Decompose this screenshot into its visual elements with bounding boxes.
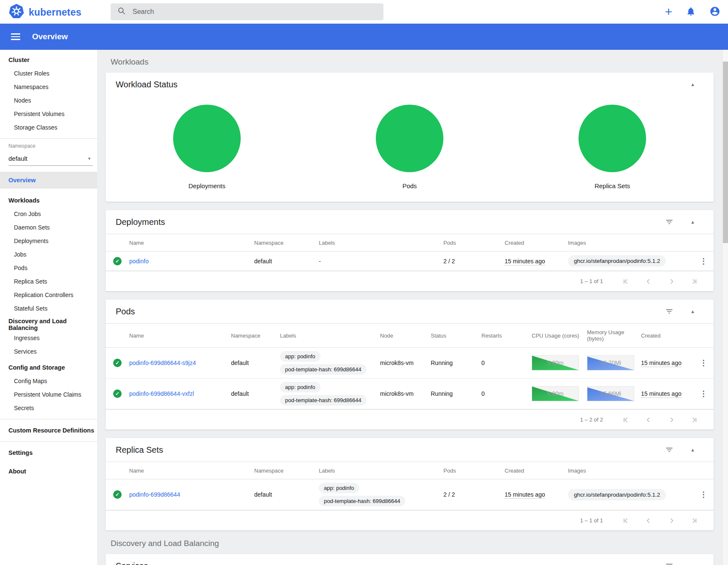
sidebar-divider bbox=[0, 419, 97, 419]
bell-icon bbox=[686, 6, 696, 18]
previous-page-icon[interactable] bbox=[644, 416, 653, 424]
sidebar-item-deployments[interactable]: Deployments bbox=[0, 234, 97, 248]
last-page-icon[interactable] bbox=[690, 416, 698, 424]
col-pods: Pods bbox=[443, 468, 505, 474]
sidebar-header-discovery[interactable]: Discovery and Load Balancing bbox=[0, 318, 97, 331]
filter-icon[interactable] bbox=[665, 218, 674, 226]
col-name: Name bbox=[129, 468, 254, 474]
menu-icon[interactable] bbox=[11, 33, 20, 40]
brand-name: kubernetes bbox=[29, 7, 81, 18]
sidebar-item-nodes[interactable]: Nodes bbox=[0, 94, 97, 107]
label-chip: pod-template-hash: 699d86644 bbox=[280, 395, 367, 406]
row-menu-icon[interactable]: ⋮ bbox=[698, 387, 709, 400]
sidebar-header-workloads[interactable]: Workloads bbox=[0, 194, 97, 207]
sidebar-item-config-maps[interactable]: Config Maps bbox=[0, 374, 97, 388]
first-page-icon[interactable] bbox=[622, 277, 630, 286]
search-input[interactable] bbox=[132, 8, 377, 16]
sidebar-header-config[interactable]: Config and Storage bbox=[0, 361, 97, 374]
collapse-card-icon[interactable]: ▲ bbox=[690, 219, 695, 224]
pagination-range: 1 – 1 of 1 bbox=[580, 517, 603, 524]
card-title-replica-sets: Replica Sets bbox=[116, 445, 665, 455]
sidebar-item-jobs[interactable]: Jobs bbox=[0, 248, 97, 261]
first-page-icon[interactable] bbox=[622, 516, 630, 525]
col-labels: Labels bbox=[319, 240, 443, 246]
search-bar[interactable] bbox=[111, 3, 383, 20]
collapse-card-icon[interactable]: ▲ bbox=[690, 563, 695, 565]
sidebar-item-settings[interactable]: Settings bbox=[0, 446, 97, 460]
sidebar-item-persistent-volume-claims[interactable]: Persistent Volume Claims bbox=[0, 388, 97, 401]
vertical-scrollbar[interactable] bbox=[722, 50, 728, 565]
sidebar-item-replica-sets[interactable]: Replica Sets bbox=[0, 275, 97, 288]
collapse-card-icon[interactable]: ▲ bbox=[690, 309, 695, 314]
sidebar-header-cluster[interactable]: Cluster bbox=[0, 53, 97, 67]
table-row: ✓ podinfo default - 2 / 2 15 minutes ago… bbox=[106, 251, 714, 271]
filter-icon[interactable] bbox=[665, 446, 674, 454]
cell-labels: app: podinfo pod-template-hash: 699d8664… bbox=[280, 382, 380, 406]
sidebar-item-pods[interactable]: Pods bbox=[0, 261, 97, 275]
card-title-services: Services bbox=[116, 561, 665, 565]
deployment-link[interactable]: podinfo bbox=[129, 258, 149, 265]
memory-usage-sparkline: 16.70Mi bbox=[587, 355, 634, 370]
cell-pods: 2 / 2 bbox=[443, 491, 505, 498]
sidebar-item-about[interactable]: About bbox=[0, 465, 97, 478]
account-button[interactable] bbox=[709, 6, 720, 18]
sidebar-item-secrets[interactable]: Secrets bbox=[0, 401, 97, 415]
last-page-icon[interactable] bbox=[690, 516, 698, 525]
pods-pagination: 1 – 2 of 2 bbox=[106, 409, 714, 430]
chart-label: Deployments bbox=[188, 182, 225, 189]
col-cpu: CPU Usage (cores) bbox=[532, 333, 587, 339]
row-menu-icon[interactable]: ⋮ bbox=[698, 357, 709, 369]
main-content: Workloads Workload Status ▲ Deployments … bbox=[97, 50, 728, 565]
pod-link[interactable]: podinfo-699d86644-vxfzl bbox=[129, 390, 194, 397]
memory-usage-sparkline: 15.66Mi bbox=[587, 386, 634, 401]
sidebar-item-storage-classes[interactable]: Storage Classes bbox=[0, 121, 97, 134]
sidebar-item-persistent-volumes[interactable]: Persistent Volumes bbox=[0, 107, 97, 121]
col-created: Created bbox=[641, 333, 693, 339]
replica-set-link[interactable]: podinfo-699d86644 bbox=[129, 491, 180, 498]
previous-page-icon[interactable] bbox=[644, 516, 653, 525]
pagination-range: 1 – 2 of 2 bbox=[580, 416, 603, 423]
previous-page-icon[interactable] bbox=[644, 277, 653, 286]
sidebar-item-daemon-sets[interactable]: Daemon Sets bbox=[0, 221, 97, 234]
sidebar-item-custom-resource-definitions[interactable]: Custom Resource Definitions bbox=[0, 424, 97, 437]
sidebar-item-services[interactable]: Services bbox=[0, 345, 97, 358]
brand: kubernetes bbox=[8, 3, 81, 21]
scrollbar-thumb[interactable] bbox=[723, 62, 728, 243]
sidebar-item-replication-controllers[interactable]: Replication Controllers bbox=[0, 288, 97, 302]
filter-icon[interactable] bbox=[665, 307, 674, 316]
account-circle-icon bbox=[709, 6, 720, 18]
pagination-range: 1 – 1 of 1 bbox=[580, 278, 603, 284]
row-menu-icon[interactable]: ⋮ bbox=[698, 255, 709, 268]
topbar-actions: + bbox=[665, 0, 720, 24]
create-resource-button[interactable]: + bbox=[665, 5, 672, 18]
sidebar-item-overview[interactable]: Overview bbox=[0, 172, 97, 189]
card-title-workload-status: Workload Status bbox=[116, 80, 690, 89]
sidebar-item-cron-jobs[interactable]: Cron Jobs bbox=[0, 207, 97, 221]
card-title-deployments: Deployments bbox=[116, 217, 665, 227]
next-page-icon[interactable] bbox=[667, 277, 676, 286]
chart-label: Pods bbox=[402, 182, 417, 189]
last-page-icon[interactable] bbox=[690, 277, 698, 286]
collapse-card-icon[interactable]: ▲ bbox=[690, 82, 695, 87]
sidebar-item-ingresses[interactable]: Ingresses bbox=[0, 331, 97, 345]
sidebar-item-stateful-sets[interactable]: Stateful Sets bbox=[0, 302, 97, 315]
status-ok-icon: ✓ bbox=[113, 490, 122, 499]
table-row: ✓ podinfo-699d86644-vxfzl default app: p… bbox=[106, 378, 714, 409]
next-page-icon[interactable] bbox=[667, 516, 676, 525]
cell-node: microk8s-vm bbox=[380, 360, 431, 366]
namespace-select[interactable]: default ▼ bbox=[8, 151, 93, 166]
filter-icon[interactable] bbox=[665, 562, 674, 565]
sidebar-item-cluster-roles[interactable]: Cluster Roles bbox=[0, 67, 97, 80]
plus-icon: + bbox=[665, 5, 672, 18]
next-page-icon[interactable] bbox=[667, 416, 676, 424]
notifications-button[interactable] bbox=[686, 6, 696, 18]
row-menu-icon[interactable]: ⋮ bbox=[698, 488, 709, 501]
label-chip: app: podinfo bbox=[319, 483, 359, 493]
pod-link[interactable]: podinfo-699d86644-s9jz4 bbox=[129, 360, 196, 366]
sidebar-item-namespaces[interactable]: Namespaces bbox=[0, 80, 97, 94]
first-page-icon[interactable] bbox=[622, 416, 630, 424]
col-labels: Labels bbox=[280, 333, 380, 339]
cpu-usage-value: 5.00m bbox=[532, 387, 579, 401]
collapse-card-icon[interactable]: ▲ bbox=[690, 447, 695, 452]
col-memory: Memory Usage (bytes) bbox=[587, 329, 641, 342]
